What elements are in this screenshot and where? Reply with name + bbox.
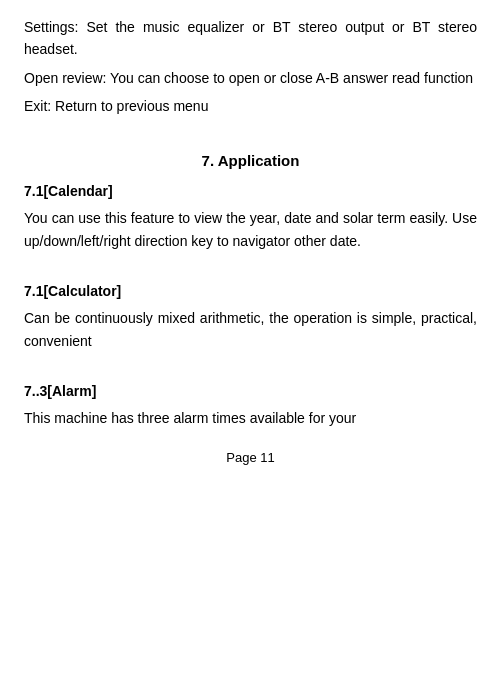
intro-line1: Settings: Set the music equalizer or BT … xyxy=(24,16,477,61)
section7-heading: 7. Application xyxy=(24,152,477,169)
subsection-calculator-heading: 7.1[Calculator] xyxy=(24,283,477,299)
subsection-calculator-body: Can be continuously mixed arithmetic, th… xyxy=(24,307,477,353)
subsection-alarm-body: This machine has three alarm times avail… xyxy=(24,407,477,430)
subsection-alarm-heading: 7..3[Alarm] xyxy=(24,383,477,399)
subsection-calendar-heading: 7.1[Calendar] xyxy=(24,183,477,199)
subsection-calendar-body: You can use this feature to view the yea… xyxy=(24,207,477,253)
page-content: Settings: Set the music equalizer or BT … xyxy=(24,16,477,465)
section7-number: 7. xyxy=(202,152,215,169)
intro-line2: Open review: You can choose to open or c… xyxy=(24,67,477,89)
section7-label: Application xyxy=(218,152,300,169)
page-number: Page 11 xyxy=(24,450,477,465)
intro-line3: Exit: Return to previous menu xyxy=(24,95,477,117)
